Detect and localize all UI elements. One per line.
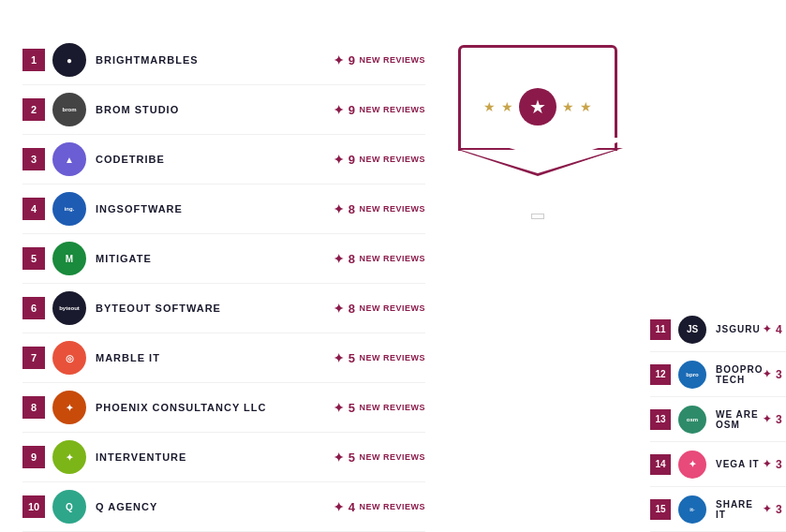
company-logo: ✦ [52, 440, 86, 474]
badge-star-left-2: ★ [501, 99, 513, 114]
review-star-icon: ✦ [334, 53, 345, 67]
right-list-spacer [650, 36, 786, 307]
company-logo: byteout [52, 291, 86, 325]
review-count: 5 [349, 401, 356, 415]
review-label: NEW REVIEWS [359, 502, 425, 511]
company-logo: ▲ [52, 142, 86, 176]
rank-box: 13 [650, 409, 671, 430]
company-name: SHARE IT [716, 499, 763, 520]
review-star-icon: ✦ [763, 458, 772, 470]
review-star-icon: ✦ [334, 153, 345, 167]
rank-box: 6 [22, 297, 45, 319]
review-count: 4 [349, 500, 356, 514]
review-label: NEW REVIEWS [359, 303, 425, 313]
company-logo: JS [678, 316, 706, 344]
rank-box: 5 [22, 247, 45, 270]
review-count: 8 [349, 302, 356, 316]
list-item: 15 it· SHARE IT ✦ 3 NEW REVIEWS [650, 487, 786, 532]
review-count: 3 [776, 413, 782, 426]
review-star-icon: ✦ [763, 503, 772, 515]
review-label: NEW REVIEWS [359, 403, 425, 412]
review-count: 9 [349, 103, 356, 117]
review-count: 3 [776, 503, 782, 516]
list-item: 10 Q Q AGENCY ✦ 4 NEW REVIEWS [22, 482, 425, 532]
list-item: 2 brom BROM STUDIO ✦ 9 NEW REVIEWS [22, 85, 425, 135]
list-item: 7 ◎ MARBLE IT ✦ 5 NEW REVIEWS [22, 333, 425, 383]
rank-box: 14 [650, 454, 671, 475]
company-logo: Q [52, 490, 86, 524]
reviews-badge: ✦ 3 NEW REVIEWS [763, 368, 786, 381]
company-logo: ◎ [52, 341, 86, 375]
company-logo: it· [678, 495, 706, 524]
company-name: BRIGHTMARBLES [96, 54, 334, 66]
review-star-icon: ✦ [334, 351, 345, 365]
review-count: 9 [349, 153, 356, 167]
review-label: NEW REVIEWS [359, 105, 425, 114]
review-star-icon: ✦ [334, 252, 345, 266]
reviews-badge: ✦ 3 NEW REVIEWS [763, 413, 786, 426]
review-label: NEW REVIEWS [359, 55, 425, 65]
reviews-badge: ✦ 8 NEW REVIEWS [334, 302, 425, 316]
list-item: 4 ing. INGSOFTWARE ✦ 8 NEW REVIEWS [22, 185, 425, 234]
review-star-icon: ✦ [334, 202, 345, 216]
rank-box: 4 [22, 198, 45, 220]
list-item: 8 ✦ PHOENIX CONSULTANCY LLC ✦ 5 NEW REVI… [22, 383, 425, 433]
company-logo: brom [52, 93, 86, 126]
company-name: Q AGENCY [96, 501, 334, 512]
reviews-badge: ✦ 5 NEW REVIEWS [334, 351, 425, 365]
company-name: MITIGATE [96, 253, 334, 264]
company-name: CODETRIBE [96, 154, 334, 165]
main-layout: 1 ● BRIGHTMARBLES ✦ 9 NEW REVIEWS 2 brom… [22, 36, 764, 532]
reviews-badge: ✦ 3 NEW REVIEWS [763, 458, 786, 471]
rank-box: 7 [22, 347, 45, 369]
review-count: 8 [349, 252, 356, 266]
review-star-icon: ✦ [334, 451, 345, 465]
company-name: VEGA IT [716, 459, 763, 469]
rank-box: 1 [22, 49, 45, 71]
badge-area: ★ ★ ★ ★ ★ [425, 36, 650, 532]
review-star-icon: ✦ [334, 500, 345, 514]
list-item: 1 ● BRIGHTMARBLES ✦ 9 NEW REVIEWS [22, 36, 425, 85]
company-logo: ✦ [52, 391, 86, 424]
review-star-icon: ✦ [763, 413, 772, 425]
review-star-icon: ✦ [334, 103, 345, 117]
list-item: 14 ✦ VEGA IT ✦ 3 NEW REVIEWS [650, 442, 786, 487]
review-count: 9 [349, 53, 356, 67]
badge-star-right-2: ★ [580, 99, 592, 114]
rank-box: 8 [22, 396, 45, 419]
badge-manifast [531, 214, 544, 219]
reviews-badge: ✦ 4 NEW REVIEWS [334, 500, 425, 514]
list-item: 13 osm WE ARE OSM ✦ 3 NEW REVIEWS [650, 397, 786, 442]
reviews-badge: ✦ 4 NEW REVIEWS [763, 323, 786, 336]
company-name: INGSOFTWARE [96, 203, 334, 214]
company-name: WE ARE OSM [716, 409, 763, 430]
list-item: 12 bpro BOOPRO TECH ✦ 3 NEW REVIEWS [650, 352, 786, 397]
company-name: MARBLE IT [96, 352, 334, 363]
list-item: 6 byteout BYTEOUT SOFTWARE ✦ 8 NEW REVIE… [22, 284, 425, 333]
review-star-icon: ✦ [334, 302, 345, 316]
review-count: 5 [349, 451, 356, 465]
left-company-list: 1 ● BRIGHTMARBLES ✦ 9 NEW REVIEWS 2 brom… [22, 36, 425, 532]
list-item: 9 ✦ INTERVENTURE ✦ 5 NEW REVIEWS [22, 433, 425, 482]
reviews-badge: ✦ 5 NEW REVIEWS [334, 401, 425, 415]
reviews-badge: ✦ 9 NEW REVIEWS [334, 53, 425, 67]
company-logo: ing. [52, 192, 86, 226]
company-logo: bpro [678, 361, 706, 389]
review-count: 8 [349, 202, 356, 216]
company-logo: ✦ [678, 451, 706, 479]
review-label: NEW REVIEWS [359, 452, 425, 462]
reviews-badge: ✦ 3 NEW REVIEWS [763, 503, 786, 516]
badge-star-left-1: ★ [483, 99, 496, 114]
review-count: 3 [776, 458, 782, 471]
rank-box: 3 [22, 148, 45, 170]
review-label: NEW REVIEWS [359, 204, 425, 214]
badge-stars-row: ★ ★ ★ ★ ★ [474, 88, 601, 126]
rank-box: 10 [22, 495, 45, 518]
rank-box: 2 [22, 98, 45, 121]
list-item: 3 ▲ CODETRIBE ✦ 9 NEW REVIEWS [22, 135, 425, 185]
company-name: PHOENIX CONSULTANCY LLC [96, 402, 334, 413]
reviews-badge: ✦ 9 NEW REVIEWS [334, 153, 425, 167]
rank-box: 11 [650, 319, 671, 340]
reviews-badge: ✦ 8 NEW REVIEWS [334, 202, 425, 216]
list-item: 5 M MITIGATE ✦ 8 NEW REVIEWS [22, 234, 425, 284]
